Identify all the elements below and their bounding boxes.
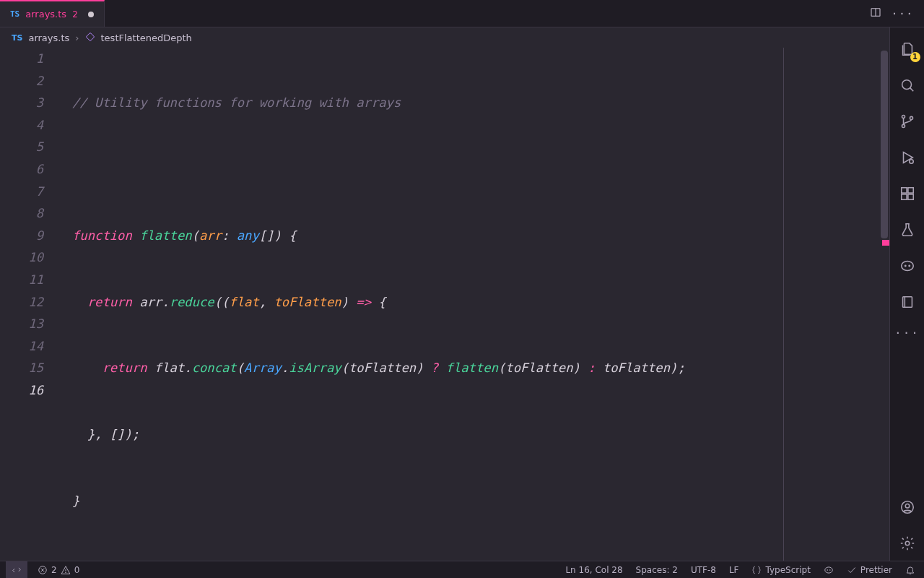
typescript-icon: TS <box>12 33 22 43</box>
svg-rect-12 <box>901 194 906 199</box>
problems-button[interactable]: 2 0 <box>38 565 79 575</box>
git-branch-icon <box>899 113 915 129</box>
search-button[interactable] <box>890 68 925 103</box>
svg-point-9 <box>909 160 913 164</box>
settings-button[interactable] <box>890 526 925 561</box>
overview-error-marker[interactable] <box>882 240 889 246</box>
typescript-icon: TS <box>10 9 19 19</box>
dirty-indicator-icon <box>88 12 94 17</box>
copilot-icon <box>824 565 834 575</box>
status-bar: 2 0 Ln 16, Col 28 Spaces: 2 UTF-8 LF Typ… <box>0 561 924 578</box>
split-icon <box>870 7 881 18</box>
svg-point-27 <box>825 566 833 572</box>
beaker-icon <box>899 222 915 238</box>
tab-error-count: 2 <box>72 9 78 20</box>
tab-more-button[interactable]: ··· <box>892 8 914 20</box>
indentation-button[interactable]: Spaces: 2 <box>636 565 678 575</box>
svg-point-14 <box>901 262 913 271</box>
extensions-icon <box>899 186 915 202</box>
bell-icon <box>905 565 915 575</box>
braces-icon <box>751 565 762 575</box>
svg-point-15 <box>904 265 906 267</box>
tab-filename: arrays.ts <box>25 9 66 20</box>
error-icon <box>38 565 48 575</box>
check-icon <box>847 565 857 575</box>
tab-arrays-ts[interactable]: TS arrays.ts 2 <box>0 0 105 27</box>
svg-point-20 <box>905 504 910 508</box>
search-icon <box>899 77 915 93</box>
svg-point-16 <box>908 265 910 267</box>
scrollbar-thumb[interactable] <box>881 51 888 238</box>
svg-point-7 <box>910 116 912 119</box>
play-bug-icon <box>899 150 915 165</box>
code-editor[interactable]: 1234 5678 9101112 13141516 // Utility fu… <box>0 48 889 561</box>
account-icon <box>899 499 915 515</box>
svg-point-5 <box>902 116 905 118</box>
split-editor-button[interactable] <box>870 7 881 20</box>
svg-rect-2 <box>86 33 95 41</box>
gear-icon <box>899 535 915 551</box>
prettier-button[interactable]: Prettier <box>847 565 892 575</box>
explorer-button[interactable]: 1 <box>890 32 925 66</box>
svg-point-6 <box>902 124 905 127</box>
code-content[interactable]: // Utility functions for working with ar… <box>72 48 846 561</box>
language-mode-button[interactable]: TypeScript <box>751 565 810 575</box>
warning-icon <box>61 565 71 575</box>
svg-rect-11 <box>907 188 912 193</box>
method-icon <box>85 32 95 44</box>
notifications-button[interactable] <box>905 565 915 575</box>
notebook-button[interactable] <box>890 285 925 319</box>
explorer-badge: 1 <box>910 52 920 62</box>
book-icon <box>899 294 915 310</box>
tab-bar: TS arrays.ts 2 ··· <box>0 0 924 27</box>
run-debug-button[interactable] <box>890 140 925 175</box>
svg-rect-13 <box>907 194 912 199</box>
svg-point-28 <box>827 569 828 571</box>
encoding-button[interactable]: UTF-8 <box>691 565 716 575</box>
chevron-right-icon: › <box>75 33 79 43</box>
breadcrumb-file[interactable]: arrays.ts <box>28 33 69 43</box>
svg-point-29 <box>829 569 831 571</box>
svg-point-26 <box>65 572 66 573</box>
breadcrumb-symbol[interactable]: testFlattenedDepth <box>101 33 192 43</box>
cursor-position-button[interactable]: Ln 16, Col 28 <box>565 565 622 575</box>
overview-ruler[interactable] <box>879 48 889 561</box>
extensions-button[interactable] <box>890 176 925 211</box>
remote-icon <box>12 565 22 575</box>
svg-rect-10 <box>901 188 906 193</box>
svg-rect-17 <box>902 297 912 308</box>
svg-line-4 <box>910 88 913 92</box>
testing-button[interactable] <box>890 212 925 247</box>
copilot-status-button[interactable] <box>824 565 834 575</box>
accounts-button[interactable] <box>890 490 925 525</box>
copilot-icon <box>899 258 915 274</box>
remote-button[interactable] <box>6 561 27 579</box>
activity-bar: 1 ··· <box>889 27 924 561</box>
line-number-gutter[interactable]: 1234 5678 9101112 13141516 <box>0 48 56 467</box>
breadcrumb[interactable]: TS arrays.ts › testFlattenedDepth <box>0 27 889 48</box>
svg-marker-8 <box>903 152 912 163</box>
eol-button[interactable]: LF <box>729 565 739 575</box>
svg-point-21 <box>905 541 910 545</box>
source-control-button[interactable] <box>890 104 925 139</box>
copilot-button[interactable] <box>890 249 925 283</box>
svg-point-3 <box>902 80 911 90</box>
activity-more-button[interactable]: ··· <box>894 321 920 344</box>
